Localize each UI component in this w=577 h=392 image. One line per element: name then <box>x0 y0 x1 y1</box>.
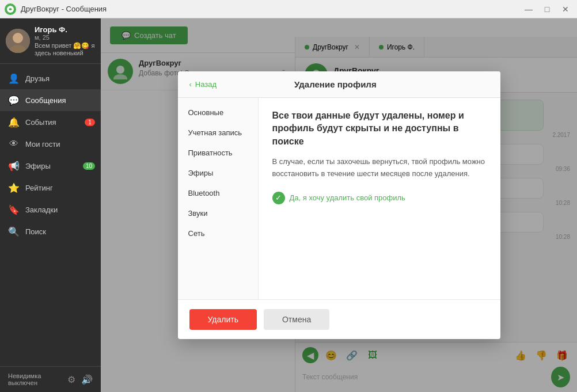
window-controls: — □ ✕ <box>522 2 572 16</box>
title-bar: ДругВокруг - Сообщения — □ ✕ <box>0 0 577 18</box>
back-label: Назад <box>195 80 217 89</box>
sidebar-item-label: Рейтинг <box>25 184 53 192</box>
events-badge: 1 <box>85 119 95 126</box>
sidebar-item-bookmarks[interactable]: 🔖 Закладки <box>0 199 101 220</box>
modal-sidebar: Основные Учетная запись Приватность Эфир… <box>178 98 259 299</box>
cancel-button[interactable]: Отмена <box>264 309 329 330</box>
maximize-button[interactable]: □ <box>540 2 554 16</box>
modal-overlay: ‹ Назад Удаление профиля Основные Учетна… <box>101 18 577 392</box>
modal-nav-item-network[interactable]: Сеть <box>178 223 258 243</box>
delete-button[interactable]: Удалить <box>189 309 257 330</box>
sidebar-item-events[interactable]: 🔔 События 1 <box>0 111 101 133</box>
sound-icon[interactable]: 🔊 <box>81 374 93 385</box>
modal-content: Все твои данные будут удалены, номер и п… <box>259 98 500 299</box>
invisible-status: Невидимка выключен <box>8 372 60 386</box>
sidebar-profile: Игорь Ф. м, 25 Всем привет 🤗😋 я здесь но… <box>0 18 101 64</box>
events-icon: 🔔 <box>8 116 20 128</box>
friends-icon: 👤 <box>8 73 20 84</box>
modal-nav-item-bluetooth[interactable]: Bluetooth <box>178 183 258 203</box>
sidebar-item-label: Закладки <box>25 205 58 214</box>
sidebar: Игорь Ф. м, 25 Всем привет 🤗😋 я здесь но… <box>0 18 101 392</box>
minimize-button[interactable]: — <box>522 2 536 16</box>
rating-icon: ⭐ <box>8 182 20 193</box>
user-meta: м, 25 <box>35 34 95 41</box>
user-status: Всем привет 🤗😋 я здесь новенький <box>35 42 95 56</box>
modal-nav-item-broadcasts[interactable]: Эфиры <box>178 163 258 183</box>
back-button[interactable]: ‹ Назад <box>189 80 217 89</box>
confirm-label: Да, я хочу удалить свой профиль <box>290 193 405 202</box>
svg-point-2 <box>13 33 23 43</box>
modal-title: Удаление профиля <box>217 79 454 89</box>
broadcasts-badge: 10 <box>83 162 95 170</box>
modal-nav-item-general[interactable]: Основные <box>178 102 258 123</box>
confirm-checkbox[interactable]: ✓ <box>272 192 285 204</box>
back-arrow-icon: ‹ <box>189 80 192 89</box>
modal-footer: Удалить Отмена <box>178 299 500 339</box>
app-container: Игорь Ф. м, 25 Всем привет 🤗😋 я здесь но… <box>0 18 577 392</box>
sidebar-item-guests[interactable]: 👁 Мои гости <box>0 133 101 155</box>
settings-icon[interactable]: ⚙ <box>67 374 75 385</box>
bookmarks-icon: 🔖 <box>8 204 20 215</box>
modal-body-text: В случае, если ты захочешь вернуться, тв… <box>272 156 487 180</box>
sidebar-item-rating[interactable]: ⭐ Рейтинг <box>0 177 101 199</box>
sidebar-item-label: Сообщения <box>25 96 66 105</box>
delete-profile-modal: ‹ Назад Удаление профиля Основные Учетна… <box>178 71 500 339</box>
sidebar-bottom: Невидимка выключен ⚙ 🔊 <box>0 366 101 392</box>
modal-body: Основные Учетная запись Приватность Эфир… <box>178 98 500 299</box>
sidebar-item-label: События <box>25 118 56 127</box>
app-icon <box>5 3 16 15</box>
sidebar-item-search[interactable]: 🔍 Поиск <box>0 220 101 242</box>
username: Игорь Ф. <box>35 25 95 34</box>
sidebar-item-broadcasts[interactable]: 📢 Эфиры 10 <box>0 155 101 177</box>
modal-nav-item-sounds[interactable]: Звуки <box>178 203 258 223</box>
sidebar-item-label: Друзья <box>25 74 50 83</box>
modal-nav-item-account[interactable]: Учетная запись <box>178 123 258 143</box>
avatar <box>6 29 30 53</box>
sidebar-item-label: Поиск <box>25 227 46 236</box>
messages-icon: 💬 <box>8 94 20 106</box>
sidebar-item-messages[interactable]: 💬 Сообщения <box>0 89 101 111</box>
modal-nav-item-privacy[interactable]: Приватность <box>178 143 258 163</box>
sidebar-nav: 👤 Друзья 💬 Сообщения 🔔 События 1 👁 Мои г… <box>0 64 101 366</box>
main-content: 💬 Создать чат ДругВокруг 10:28 <box>101 18 577 392</box>
broadcasts-icon: 📢 <box>8 160 20 172</box>
close-button[interactable]: ✕ <box>559 2 572 16</box>
sidebar-item-friends[interactable]: 👤 Друзья <box>0 67 101 89</box>
sidebar-item-label: Эфиры <box>25 162 51 170</box>
sidebar-item-label: Мои гости <box>25 140 60 149</box>
modal-heading: Все твои данные будут удалены, номер и п… <box>272 109 487 148</box>
search-icon: 🔍 <box>8 226 20 237</box>
window-title: ДругВокруг - Сообщения <box>21 5 107 13</box>
guests-icon: 👁 <box>8 138 20 150</box>
modal-header: ‹ Назад Удаление профиля <box>178 71 500 98</box>
confirm-row[interactable]: ✓ Да, я хочу удалить свой профиль <box>272 192 487 204</box>
